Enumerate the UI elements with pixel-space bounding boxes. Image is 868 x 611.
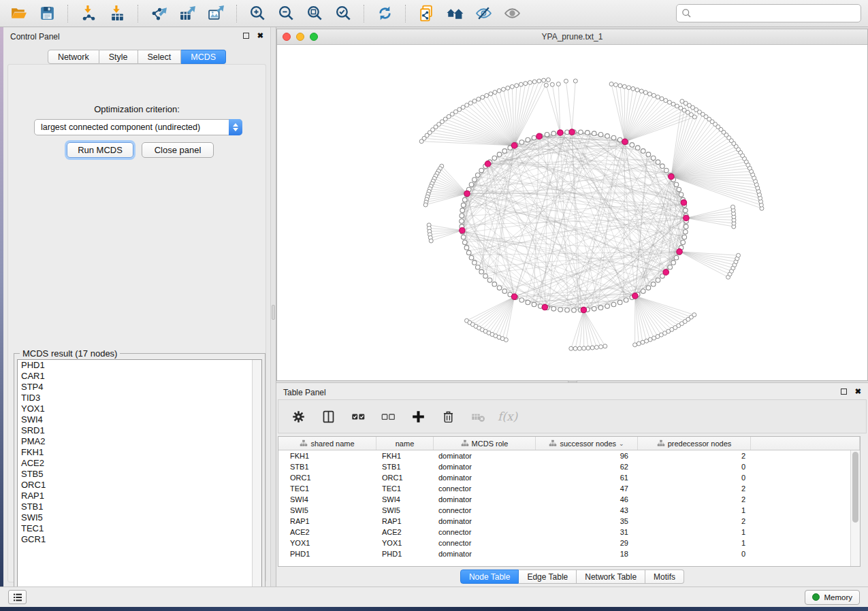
table-row[interactable]: FKH1FKH1dominator962 [278,450,850,461]
tab-network-table[interactable]: Network Table [577,569,645,584]
mcds-node[interactable] [663,269,669,275]
mcds-node[interactable] [511,143,517,148]
create-column-button[interactable] [408,406,428,427]
show-columns-button[interactable] [318,406,338,427]
list-item[interactable]: YOX1 [18,403,261,414]
select-all-rows-button[interactable] [348,406,368,427]
show-graphics-details-button[interactable] [500,3,524,24]
optimization-criterion-select[interactable]: largest connected component (undirected) [34,119,242,135]
column-header-shared-name[interactable]: shared name [278,437,376,450]
vertical-splitter[interactable] [270,27,276,587]
table-row[interactable]: YOX1YOX1connector291 [278,538,850,548]
list-item[interactable]: FKH1 [18,447,261,458]
mcds-node[interactable] [536,133,542,139]
search-input[interactable] [692,5,856,22]
mcds-node[interactable] [511,294,517,299]
mcds-node[interactable] [669,174,674,179]
mcds-node[interactable] [558,130,563,135]
mcds-node[interactable] [677,249,682,254]
table-row[interactable]: STB1STB1dominator620 [278,461,850,472]
mcds-node[interactable] [622,139,628,144]
column-header-mcds-role[interactable]: MCDS role [434,437,536,450]
close-window-icon[interactable]: ✖ [855,388,861,395]
task-history-button[interactable] [8,590,27,604]
table-row[interactable]: TEC1TEC1connector472 [278,483,850,494]
mcds-node[interactable] [684,215,689,220]
tab-mcds[interactable]: MCDS [181,50,226,64]
memory-button[interactable]: Memory [805,590,860,605]
export-image-button[interactable] [204,3,227,24]
zoom-selected-button[interactable] [332,3,355,24]
list-item[interactable]: ORC1 [18,480,261,491]
deselect-all-rows-button[interactable] [378,406,398,427]
list-item[interactable]: STB5 [18,469,261,480]
import-table-button[interactable] [106,3,129,24]
column-header-predecessor-nodes[interactable]: predecessor nodes [638,437,751,450]
mcds-node[interactable] [460,227,465,233]
column-header-name[interactable]: name [376,437,434,450]
list-item[interactable]: STB1 [18,501,261,512]
mcds-node[interactable] [681,200,686,205]
save-session-button[interactable] [35,3,59,24]
run-mcds-button[interactable]: Run MCDS [67,142,133,158]
table-row[interactable]: ORC1ORC1dominator610 [278,472,850,483]
float-window-icon[interactable] [243,33,249,39]
table-options-button[interactable] [288,406,308,427]
network-canvas[interactable] [277,46,867,380]
scrollbar-thumb[interactable] [852,452,858,523]
mcds-node[interactable] [581,307,586,312]
float-window-icon[interactable] [841,389,847,395]
list-item[interactable]: SWI4 [18,414,261,425]
mcds-node[interactable] [485,161,490,167]
list-item[interactable]: STP4 [18,382,261,393]
duplicate-network-button[interactable] [415,3,438,24]
close-window-icon[interactable]: ✖ [257,32,263,39]
tab-style[interactable]: Style [99,50,138,64]
open-session-button[interactable] [7,3,30,24]
mcds-result-list[interactable]: PHD1CAR1STP4TID3YOX1SWI4SRD1PMA2FKH1ACE2… [17,359,262,603]
mcds-node[interactable] [542,304,547,310]
table-scrollbar[interactable] [850,450,860,566]
list-item[interactable]: PMA2 [18,436,261,447]
list-item[interactable]: SWI5 [18,512,261,523]
zoom-fit-button[interactable] [303,3,326,24]
import-network-button[interactable] [77,3,100,24]
mcds-node[interactable] [464,191,470,196]
function-builder-button[interactable]: f(x) [498,410,517,423]
mcds-node[interactable] [632,293,638,299]
tab-select[interactable]: Select [138,50,182,64]
table-row[interactable]: ACE2ACE2connector311 [278,527,850,538]
table-cell: 1 [638,538,751,548]
mcds-node[interactable] [569,129,575,135]
network-overview-button[interactable] [443,3,466,24]
table-row[interactable]: SWI4SWI4dominator462 [278,494,850,505]
hide-graphics-details-button[interactable] [472,3,495,24]
delete-columns-button[interactable] [438,406,458,427]
list-item[interactable]: GCR1 [18,534,261,545]
table-row[interactable]: SWI5SWI5connector431 [278,505,850,516]
result-list-scrollbar[interactable] [252,360,261,602]
list-item[interactable]: PHD1 [18,360,261,371]
export-network-button[interactable] [147,3,170,24]
zoom-out-button[interactable] [274,3,298,24]
list-item[interactable]: ACE2 [18,458,261,469]
list-item[interactable]: TID3 [18,393,261,403]
column-header-successor-nodes[interactable]: successor nodes ⌄ [536,437,638,450]
tab-node-table[interactable]: Node Table [460,569,519,584]
tab-motifs[interactable]: Motifs [645,569,684,584]
refresh-layout-button[interactable] [373,3,396,24]
list-item[interactable]: RAP1 [18,491,261,501]
zoom-in-button[interactable] [246,3,269,24]
table-row[interactable]: PHD1PHD1dominator180 [278,548,850,559]
table-row[interactable]: RAP1RAP1dominator352 [278,516,850,527]
tab-edge-table[interactable]: Edge Table [519,569,577,584]
tab-network[interactable]: Network [48,50,99,64]
list-item[interactable]: SRD1 [18,425,261,436]
delete-table-button[interactable] [468,406,488,427]
list-item[interactable]: TEC1 [18,523,261,534]
export-table-button[interactable] [176,3,199,24]
list-item[interactable]: CAR1 [18,371,261,382]
close-panel-button[interactable]: Close panel [142,142,214,158]
splitter-handle[interactable] [272,305,275,320]
network-graph[interactable] [277,46,867,380]
